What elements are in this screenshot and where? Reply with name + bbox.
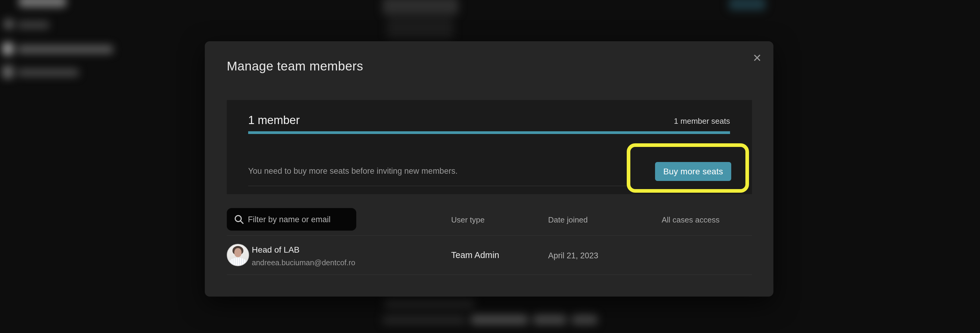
column-header-date-joined: Date joined — [548, 215, 588, 225]
avatar-face — [234, 248, 242, 257]
background-text-blurred-1 — [384, 298, 475, 308]
sidebar-item-blurred-4 — [18, 69, 79, 76]
background-primary-button-blurred — [729, 0, 765, 10]
filter-input[interactable] — [247, 208, 353, 231]
background-header-blurred — [382, 0, 458, 14]
seats-progress-bar — [248, 131, 730, 134]
column-header-user-type: User type — [451, 215, 485, 225]
member-date-joined: April 21, 2023 — [548, 251, 598, 261]
sidebar-item-blurred-3 — [18, 45, 113, 54]
member-user-type: Team Admin — [451, 250, 500, 260]
member-email: andreea.buciuman@dentcof.ro — [252, 258, 355, 267]
manage-team-members-modal: Manage team members ✕ 1 member 1 member … — [205, 41, 773, 297]
avatar-shirt — [229, 258, 247, 266]
search-icon — [234, 214, 245, 225]
column-header-all-cases-access: All cases access — [662, 215, 719, 225]
background-text-blurred-2 — [382, 315, 466, 325]
background-text-blurred-3 — [471, 314, 528, 325]
background-text-blurred-4 — [533, 314, 566, 325]
close-icon[interactable]: ✕ — [749, 50, 765, 67]
buy-seats-notice: You need to buy more seats before inviti… — [248, 166, 458, 176]
avatar — [227, 244, 249, 266]
background-header-blurred-2 — [387, 17, 453, 39]
buy-more-seats-button[interactable]: Buy more seats — [655, 162, 731, 181]
member-seats-label: 1 member seats — [674, 116, 730, 126]
table-row: Head of LAB andreea.buciuman@dentcof.ro … — [227, 236, 752, 274]
sidebar-icon-blurred-4 — [2, 66, 13, 78]
member-name: Head of LAB — [252, 245, 300, 255]
sidebar-icon-blurred-3 — [2, 43, 13, 55]
background-text-blurred-5 — [572, 314, 598, 325]
sidebar-icon-blurred-2 — [3, 19, 14, 30]
row-divider-bottom — [227, 274, 752, 275]
sidebar-item-blurred-1 — [19, 0, 66, 7]
member-count-label: 1 member — [248, 113, 300, 127]
filter-field — [227, 208, 356, 231]
seats-progress-fill — [248, 131, 730, 134]
modal-title: Manage team members — [227, 59, 363, 74]
sidebar-item-blurred-2 — [18, 21, 49, 29]
